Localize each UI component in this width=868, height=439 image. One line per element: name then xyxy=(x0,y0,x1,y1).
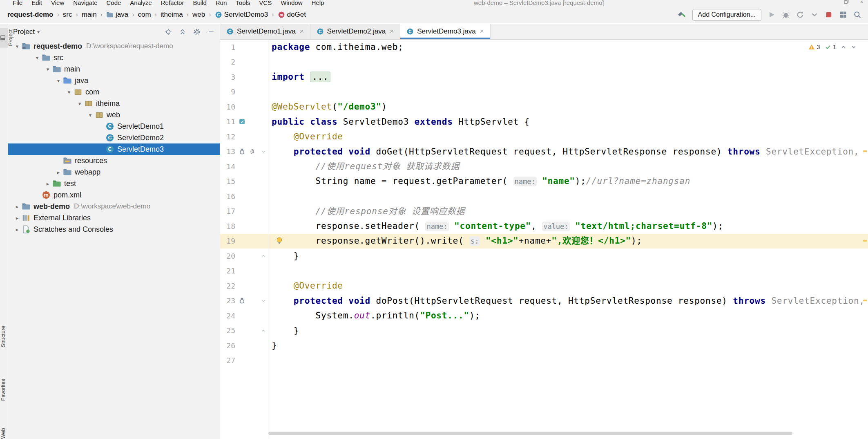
code-text[interactable]: System.out.println("Post..."); xyxy=(268,308,868,323)
menu-help[interactable]: Help xyxy=(307,0,329,7)
code-text[interactable]: @Override xyxy=(268,278,868,293)
collapse-all-icon[interactable] xyxy=(179,28,186,36)
tree-item-src[interactable]: ▾src xyxy=(8,52,220,63)
tree-item-resources[interactable]: resources xyxy=(8,155,220,166)
chevron-down-icon[interactable]: ▾ xyxy=(13,43,22,49)
tool-window-tab-project[interactable]: Project xyxy=(0,28,8,47)
add-configuration-button[interactable]: Add Configuration... xyxy=(692,9,761,21)
settings-gear-icon[interactable] xyxy=(193,28,201,36)
chevron-right-icon[interactable]: ▸ xyxy=(13,215,22,221)
chevron-down-icon[interactable]: ▾ xyxy=(33,55,42,61)
menu-code[interactable]: Code xyxy=(102,0,125,7)
tree-item-java[interactable]: ▾java xyxy=(8,75,220,86)
tree-item-servletdemo1[interactable]: CServletDemo1 xyxy=(8,121,220,132)
code-text[interactable]: protected void doPost(HttpServletRequest… xyxy=(268,293,868,309)
chevron-down-icon[interactable]: ▾ xyxy=(75,101,84,107)
editor-tab-servletdemo1-java[interactable]: CServletDemo1.java× xyxy=(220,24,310,39)
chevron-right-icon[interactable]: ▸ xyxy=(54,169,63,175)
menu-view[interactable]: View xyxy=(47,0,69,7)
code-text[interactable]: //使用request对象 获取请求数据 xyxy=(268,159,868,174)
code-text[interactable]: response.getWriter().write( s: "<h1>"+na… xyxy=(268,233,868,249)
chevron-down-icon[interactable]: ▾ xyxy=(37,29,40,35)
tree-item-pom-xml[interactable]: mpom.xml xyxy=(8,189,220,201)
editor-tab-servletdemo2-java[interactable]: CServletDemo2.java× xyxy=(310,24,401,39)
run-play-icon[interactable] xyxy=(768,11,776,19)
intention-bulb-icon[interactable] xyxy=(275,237,283,245)
hide-panel-icon[interactable] xyxy=(208,28,215,36)
warnings-indicator[interactable]: 3 xyxy=(808,43,820,50)
breadcrumb-com[interactable]: com xyxy=(136,10,152,20)
error-stripe-mark[interactable] xyxy=(863,150,867,152)
menu-file[interactable]: File xyxy=(8,0,27,7)
chevron-down-icon[interactable]: ▾ xyxy=(86,112,95,118)
breadcrumb-web[interactable]: web xyxy=(191,10,207,20)
stop-icon[interactable] xyxy=(825,11,833,19)
breadcrumb-request-demo[interactable]: request-demo xyxy=(6,10,55,20)
passed-indicator[interactable]: 1 xyxy=(825,43,836,50)
code-text[interactable]: public class ServletDemo3 extends HttpSe… xyxy=(268,114,868,130)
menu-refactor[interactable]: Refactor xyxy=(156,0,189,7)
fold-start-icon[interactable] xyxy=(261,149,266,155)
editor-tab-servletdemo3-java[interactable]: CServletDemo3.java× xyxy=(400,24,491,39)
code-text[interactable]: @WebServlet("/demo3") xyxy=(268,99,868,114)
fold-start-icon[interactable] xyxy=(261,298,266,304)
close-tab-icon[interactable]: × xyxy=(300,27,304,36)
locate-file-icon[interactable] xyxy=(165,28,172,36)
code-text[interactable]: @Override xyxy=(268,129,868,144)
breadcrumb-java[interactable]: java xyxy=(105,10,130,20)
error-stripe-mark[interactable] xyxy=(863,300,867,301)
tree-item-web-demo[interactable]: ▸web-demoD:\workspace\web-demo xyxy=(8,201,220,212)
chevron-right-icon[interactable]: ▸ xyxy=(43,181,52,187)
menu-analyze[interactable]: Analyze xyxy=(125,0,156,7)
tool-window-tab-structure[interactable]: Structure xyxy=(0,324,8,349)
menu-window[interactable]: Window xyxy=(276,0,307,7)
menu-build[interactable]: Build xyxy=(188,0,211,7)
breadcrumb-servletdemo3[interactable]: CServletDemo3 xyxy=(213,10,270,20)
tree-item-test[interactable]: ▸test xyxy=(8,178,220,189)
breadcrumb-src[interactable]: src xyxy=(61,10,74,20)
breadcrumb-doget[interactable]: mdoGet xyxy=(276,10,308,20)
at-icon[interactable]: @ xyxy=(249,148,256,155)
tree-item-external-libraries[interactable]: ▸External Libraries xyxy=(8,212,220,224)
chevron-down-icon[interactable]: ▾ xyxy=(43,66,52,72)
code-text[interactable]: response.setHeader( name: "content-type"… xyxy=(268,219,868,234)
fold-end-icon[interactable] xyxy=(261,253,266,259)
tree-item-webapp[interactable]: ▸webapp xyxy=(8,166,220,178)
code-text[interactable]: protected void doGet(HttpServletRequest … xyxy=(268,144,868,159)
code-text[interactable]: package com.itheima.web; xyxy=(268,40,868,55)
next-problem-icon[interactable] xyxy=(851,44,857,50)
code-text[interactable]: } xyxy=(268,323,868,338)
build-hammer-icon[interactable] xyxy=(678,11,686,19)
chevron-down-icon[interactable] xyxy=(810,11,819,19)
menu-tools[interactable]: Tools xyxy=(231,0,254,7)
tool-window-tab-web[interactable]: Web xyxy=(0,426,8,439)
search-icon[interactable] xyxy=(853,11,861,19)
code-text[interactable]: //使用response对象 设置响应数据 xyxy=(268,204,868,219)
code-text[interactable]: } xyxy=(268,249,868,264)
code-text[interactable]: } xyxy=(268,338,868,353)
menu-run[interactable]: Run xyxy=(211,0,232,7)
tree-item-web[interactable]: ▾web xyxy=(8,109,220,121)
chevron-down-icon[interactable]: ▾ xyxy=(65,89,74,95)
chevron-right-icon[interactable]: ▸ xyxy=(13,204,22,210)
tree-item-itheima[interactable]: ▾itheima xyxy=(8,98,220,109)
tool-window-tab-favorites[interactable]: Favorites xyxy=(0,377,8,402)
chevron-right-icon[interactable]: ▸ xyxy=(13,226,22,233)
class-marker-icon[interactable] xyxy=(239,118,245,125)
tree-item-servletdemo2[interactable]: CServletDemo2 xyxy=(8,132,220,143)
menu-vcs[interactable]: VCS xyxy=(254,0,276,7)
window-close-icon[interactable]: × xyxy=(860,0,863,5)
code-text[interactable]: import ... xyxy=(268,69,868,85)
close-tab-icon[interactable]: × xyxy=(390,27,394,36)
code-text[interactable]: String name = request.getParameter( name… xyxy=(268,174,868,189)
close-tab-icon[interactable]: × xyxy=(480,27,484,36)
tree-item-request-demo[interactable]: ▾request-demoD:\workspace\request-demo xyxy=(8,40,220,52)
window-restore-icon[interactable] xyxy=(843,0,849,4)
override-icon[interactable] xyxy=(239,148,245,155)
menu-navigate[interactable]: Navigate xyxy=(69,0,102,7)
chevron-down-icon[interactable]: ▾ xyxy=(54,78,63,84)
layout-grid-icon[interactable] xyxy=(839,11,847,19)
tree-item-com[interactable]: ▾com xyxy=(8,86,220,98)
menu-edit[interactable]: Edit xyxy=(27,0,47,7)
tree-item-scratches-and-consoles[interactable]: ▸Scratches and Consoles xyxy=(8,224,220,235)
